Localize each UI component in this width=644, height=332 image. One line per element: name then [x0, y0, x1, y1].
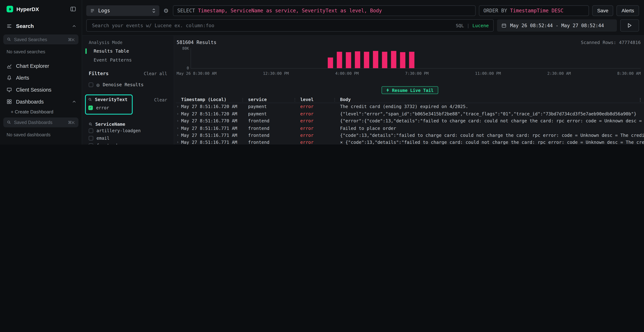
- log-row[interactable]: May 27 8:51:16.771 AM frontend error {"c…: [176, 132, 644, 139]
- column-header-body[interactable]: Body⋮: [340, 97, 642, 102]
- checkbox[interactable]: [89, 128, 93, 133]
- facet-item-error[interactable]: ✓ error: [88, 104, 128, 111]
- log-row[interactable]: May 27 8:51:16.720 AM payment error The …: [176, 103, 644, 110]
- row-service: frontend: [248, 126, 300, 131]
- row-expand-chevron[interactable]: [176, 140, 181, 144]
- facet-item[interactable]: email: [89, 134, 167, 142]
- log-row[interactable]: May 27 8:51:16.771 AM frontend error × {…: [176, 139, 644, 144]
- alerts-button[interactable]: Alerts: [617, 5, 639, 16]
- clear-all-button[interactable]: Clear all: [144, 71, 167, 76]
- date-range-picker[interactable]: May 26 08:52:44 - May 27 08:52:44: [497, 19, 617, 32]
- row-expand-chevron[interactable]: [176, 105, 181, 108]
- facet-item[interactable]: frontend: [89, 142, 167, 144]
- column-header-service[interactable]: service⋮: [248, 97, 300, 102]
- log-row[interactable]: May 27 8:51:16.720 AM payment error {"le…: [176, 110, 644, 117]
- saved-dashboards-input[interactable]: Saved Dashboards ⌘K: [3, 118, 78, 127]
- chart-icon: [6, 63, 12, 69]
- analysis-mode-label: Analysis Mode: [89, 40, 167, 45]
- row-expand-chevron[interactable]: [176, 134, 181, 137]
- logo-row: HyperDX: [0, 0, 82, 12]
- sql-keyword: SELECT: [177, 8, 195, 14]
- denoise-results-toggle[interactable]: ◎ Denoise Results: [89, 82, 167, 88]
- facet-item-label: frontend: [96, 143, 117, 144]
- source-select[interactable]: Logs: [86, 5, 160, 16]
- severity-highlight-box: SeverityText ✓ error: [85, 94, 132, 114]
- log-row[interactable]: May 27 8:51:16.770 AM frontend error {"e…: [176, 117, 644, 124]
- y-axis-tick: 0: [178, 66, 189, 70]
- histogram-bar: [391, 51, 396, 68]
- run-query-button[interactable]: [620, 19, 639, 32]
- histogram-bar: [400, 52, 405, 68]
- sidebar-item-client-sessions[interactable]: Client Sessions: [0, 84, 82, 96]
- source-settings-gear-icon[interactable]: ⚙: [162, 7, 170, 14]
- x-axis-tick: 12:30:00 PM: [263, 71, 289, 76]
- column-separator-icon: ⋮: [333, 97, 340, 102]
- histogram-bar: [373, 51, 378, 68]
- sidebar-item-search[interactable]: Search: [0, 23, 82, 29]
- filters-panel: Analysis Mode Results Table Event Patter…: [82, 36, 174, 144]
- log-row[interactable]: May 27 8:51:16.771 AM frontend error Fai…: [176, 124, 644, 132]
- mode-event-patterns[interactable]: Event Patterns: [89, 58, 167, 63]
- column-header-timestamp[interactable]: Timestamp (Local)⋮: [181, 97, 248, 102]
- facet-item[interactable]: artillery-loadgen: [89, 127, 167, 134]
- row-level: error: [300, 133, 340, 138]
- sidebar-item-dashboards[interactable]: Dashboards: [0, 96, 82, 108]
- column-separator-icon: ⋮: [293, 97, 300, 102]
- column-header-level[interactable]: level⋮: [300, 97, 340, 102]
- results-count: 581604 Results: [176, 39, 216, 45]
- row-expand-chevron[interactable]: [176, 112, 181, 116]
- severity-clear-button[interactable]: Clear: [154, 97, 167, 102]
- select-caret-icon: [152, 8, 156, 13]
- facet-servicename: ServiceName artillery-loadgen email: [89, 122, 167, 144]
- language-sql-toggle[interactable]: SQL: [456, 23, 464, 28]
- scanned-rows: Scanned Rows: 47774816: [581, 40, 641, 45]
- play-icon: [628, 23, 632, 28]
- language-separator: |: [467, 23, 470, 28]
- histogram-bar: [382, 52, 387, 68]
- checkbox[interactable]: [89, 136, 93, 140]
- y-axis-tick: 80K: [178, 46, 189, 50]
- chevron-up-icon: [73, 25, 76, 28]
- facet-search-icon[interactable]: [88, 98, 92, 102]
- facet-item-label: error: [96, 105, 109, 110]
- row-level: error: [300, 111, 340, 116]
- column-menu-icon[interactable]: ⋮: [638, 97, 642, 102]
- facet-severitytext: SeverityText ✓ error Clear: [89, 94, 167, 114]
- sidebar-item-alerts[interactable]: Alerts: [0, 72, 82, 84]
- nav-label: Dashboards: [16, 99, 44, 104]
- sidebar: HyperDX Search Saved Searches ⌘K No save…: [0, 0, 82, 144]
- row-service: frontend: [248, 118, 300, 124]
- no-saved-dashboards-text: No saved dashboards: [6, 132, 75, 137]
- resume-live-tail-button[interactable]: Resume Live Tail: [382, 86, 438, 94]
- shortcut-badge: ⌘K: [68, 37, 75, 42]
- x-axis-tick: 7:30:00 PM: [405, 71, 428, 76]
- create-dashboard-button[interactable]: + Create Dashboard: [0, 108, 82, 115]
- row-expand-chevron[interactable]: [176, 119, 181, 123]
- sidebar-item-chart-explorer[interactable]: Chart Explorer: [0, 60, 82, 72]
- histogram-bar: [364, 52, 369, 68]
- bell-icon: [6, 75, 12, 80]
- nav-label: Alerts: [16, 75, 29, 81]
- saved-searches-input[interactable]: Saved Searches ⌘K: [3, 34, 78, 44]
- collapse-sidebar-icon[interactable]: [70, 6, 76, 12]
- orderby-expr: TimestampTime DESC: [510, 8, 564, 14]
- language-lucene-toggle[interactable]: Lucene: [472, 23, 489, 28]
- event-search-input[interactable]: [91, 22, 453, 29]
- event-search-box[interactable]: SQL | Lucene: [86, 19, 494, 32]
- facet-search-icon[interactable]: [89, 122, 92, 126]
- sql-columns: Timestamp, ServiceName as service, Sever…: [198, 8, 382, 14]
- row-level: error: [300, 126, 340, 131]
- row-service: payment: [248, 111, 300, 116]
- date-range-value: May 26 08:52:44 - May 27 08:52:44: [510, 22, 604, 28]
- row-expand-chevron[interactable]: [176, 126, 181, 130]
- orderby-input[interactable]: ORDER BYTimestampTime DESC: [479, 5, 589, 16]
- checkbox-checked[interactable]: ✓: [88, 105, 93, 110]
- save-button[interactable]: Save: [592, 5, 614, 16]
- mode-results-table[interactable]: Results Table: [86, 48, 167, 54]
- presets-header[interactable]: PRESETS: [6, 144, 75, 144]
- results-histogram[interactable]: 80K 0: [190, 48, 640, 69]
- select-clause-input[interactable]: SELECTTimestamp, ServiceName as service,…: [173, 5, 476, 16]
- denoise-checkbox[interactable]: [89, 82, 93, 87]
- search-icon: [7, 38, 11, 42]
- checkbox[interactable]: [89, 143, 93, 144]
